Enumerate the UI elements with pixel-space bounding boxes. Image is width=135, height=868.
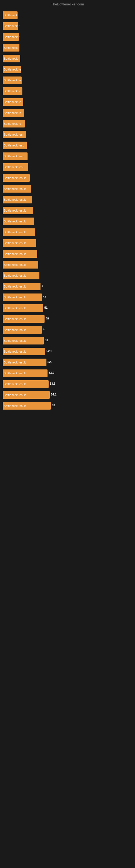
- bar-label: Bottleneck result: [3, 238, 26, 248]
- bar-label: Bottleneck result: [3, 379, 26, 389]
- bar-value-outside: 49: [46, 317, 49, 320]
- bar-label: Bottleneck result: [3, 259, 26, 270]
- bar-label: Bottleneck result: [3, 336, 26, 346]
- bar-row: Bottleneck r: [3, 42, 132, 53]
- bar-value-outside: 52.9: [46, 349, 52, 352]
- bar-value-outside: 54.1: [51, 393, 56, 396]
- bar-label: Bottleneck resu: [3, 140, 24, 151]
- bar-row: Bottleneck result52.9: [3, 346, 132, 357]
- bar-label: Bottleneck result: [3, 390, 26, 400]
- bar-label: Bottleneck result: [3, 357, 26, 368]
- bar-value-outside: 51: [45, 339, 48, 342]
- page-header: TheBottlenecker.com: [0, 0, 135, 7]
- bar-row: Bottleneck result4: [3, 325, 132, 335]
- bar-label: Bottleneck re: [3, 86, 21, 96]
- bar-row: Bottleneck resu: [3, 151, 132, 161]
- bar-label: Bottleneck result: [3, 346, 26, 357]
- bar-row: Bottleneck result53.2: [3, 368, 132, 378]
- bar-label: Bottleneck: [3, 10, 17, 20]
- bar-label: Bottleneck result: [3, 314, 26, 324]
- bar-label: Bottleneck r: [3, 54, 19, 64]
- bar-label: Bottleneck re: [3, 75, 21, 86]
- bar-label: Bottleneck result: [3, 227, 26, 237]
- bar-row: Bottleneck result: [3, 184, 132, 194]
- bar-row: Bottleneck re: [3, 97, 132, 107]
- bar-label: Bottleneck r: [3, 42, 19, 53]
- bar-label: Bottleneck result: [3, 281, 26, 291]
- bar-label: Bottleneck result: [3, 173, 26, 183]
- bar-row: Bottleneck result51: [3, 336, 132, 346]
- bar-value-outside: 51: [44, 306, 48, 309]
- bar-row: Bottleneck result48: [3, 292, 132, 303]
- bar-label: Bottleneck result: [3, 303, 26, 313]
- bar-value-outside: 52: [52, 404, 55, 407]
- bar-row: Bottleneck result: [3, 194, 132, 205]
- bar-label: Bottleneck re: [3, 119, 21, 129]
- bar-label: Bottleneck res: [3, 129, 23, 140]
- bar-row: Bottleneck result54.1: [3, 390, 132, 400]
- bar-label: Bottleneck resu: [3, 151, 24, 161]
- bar-label: Bottleneck re: [3, 64, 21, 74]
- bar-row: Bottleneck result: [3, 238, 132, 248]
- bar-row: Bottleneck r: [3, 54, 132, 64]
- bar-label: Bottleneck result: [3, 216, 26, 226]
- bar-value-outside: 52.: [48, 360, 52, 364]
- bar-label: Bottleneck result: [3, 184, 26, 194]
- bar-row: Bottleneck resu: [3, 140, 132, 151]
- bar-row: Bottleneck result51: [3, 303, 132, 313]
- bar-row: Bottleneck result: [3, 249, 132, 259]
- bar-row: Bottleneck res: [3, 129, 132, 140]
- bar-label: Bottleneck result: [3, 401, 26, 411]
- bar-row: Bottleneck result: [3, 216, 132, 226]
- bar-row: Bottleneck r: [3, 32, 132, 42]
- bar-label: Bottleneck r: [3, 21, 19, 31]
- bar-label: Bottleneck result: [3, 205, 26, 216]
- bar-label: Bottleneck result: [3, 368, 26, 378]
- bar-label: Bottleneck re: [3, 108, 21, 118]
- bar-label: Bottleneck result: [3, 292, 26, 303]
- bar-label: Bottleneck resu: [3, 162, 24, 172]
- bar-row: Bottleneck re: [3, 108, 132, 118]
- bar-row: Bottleneck re: [3, 119, 132, 129]
- bar-row: Bottleneck result4: [3, 281, 132, 291]
- bar-row: Bottleneck result: [3, 227, 132, 237]
- bar-row: Bottleneck re: [3, 86, 132, 96]
- bar-row: Bottleneck result: [3, 173, 132, 183]
- bar-row: Bottleneck resu: [3, 162, 132, 172]
- bar-value-outside: 4: [43, 328, 45, 331]
- bar-value-outside: 48: [43, 295, 46, 299]
- bar-label: Bottleneck result: [3, 194, 26, 205]
- bar-row: Bottleneck re: [3, 75, 132, 86]
- bar-row: Bottleneck r: [3, 21, 132, 31]
- bar-row: Bottleneck result52: [3, 401, 132, 411]
- bar-value-outside: 53.6: [50, 382, 55, 385]
- bar-label: Bottleneck re: [3, 97, 21, 107]
- bar-row: Bottleneck result49: [3, 314, 132, 324]
- bar-label: Bottleneck r: [3, 32, 19, 42]
- bar-row: Bottleneck result53.6: [3, 379, 132, 389]
- bar-row: Bottleneck result: [3, 259, 132, 270]
- bar-label: Bottleneck result: [3, 271, 26, 281]
- bar-value-outside: 53.2: [49, 371, 54, 374]
- bar-row: Bottleneck result: [3, 205, 132, 216]
- bar-row: Bottleneck result: [3, 271, 132, 281]
- bar-row: Bottleneck re: [3, 64, 132, 74]
- bar-row: Bottleneck: [3, 10, 132, 20]
- bar-label: Bottleneck result: [3, 325, 26, 335]
- site-title: TheBottlenecker.com: [51, 2, 84, 6]
- bar-label: Bottleneck result: [3, 249, 26, 259]
- bar-row: Bottleneck result52.: [3, 357, 132, 368]
- chart-container: BottleneckBottleneck rBottleneck rBottle…: [0, 7, 135, 411]
- bar-value-outside: 4: [42, 284, 43, 287]
